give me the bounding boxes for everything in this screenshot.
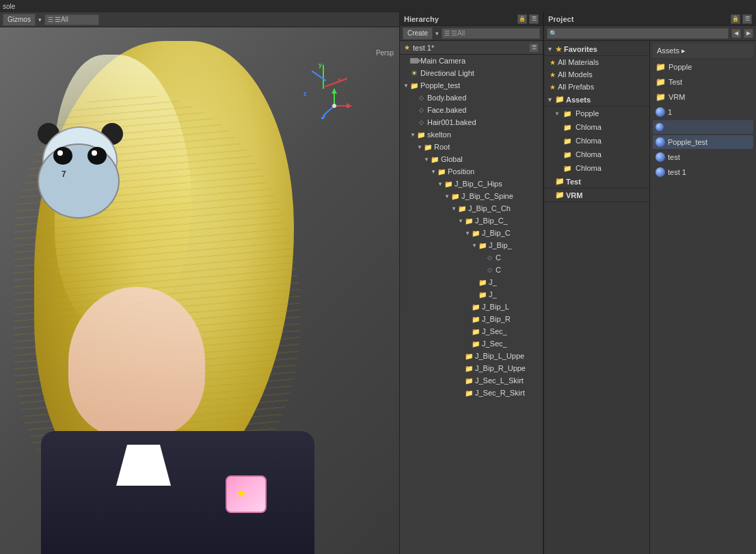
hierarchy-item-j-bip-r-upper[interactable]: 📁J_Bip_R_Uppe [400,362,543,374]
assets-folder-icon: 📁 [555,95,565,104]
hierarchy-item-popple-test[interactable]: ▼📁Popple_test [400,79,543,92]
hierarchy-search-box[interactable]: ☰ ☰All [442,28,540,39]
tree-expand-arrow: ▼ [409,132,416,138]
tree-item-icon-mesh: ◇ [416,93,426,102]
asset-item-1[interactable]: 1 [653,105,753,119]
project-lock-btn[interactable]: 🔒 [731,14,740,24]
project-search-box[interactable]: 🔍 [547,28,729,39]
tree-item-icon-folder: 📁 [464,216,474,225]
project-nav-next[interactable]: ▶ [744,29,753,38]
perspective-label: Persp [376,49,394,57]
hierarchy-item-j-sec-l-skirt[interactable]: 📁J_Sec_L_Skirt [400,374,543,387]
assets-popple-folder[interactable]: 📁 Popple [544,107,649,120]
hierarchy-item-c2[interactable]: ◇C [400,264,543,276]
asset-item-test[interactable]: 📁 Test [653,75,753,89]
assets-chloma1-folder[interactable]: 📁 Chloma [544,120,649,134]
assets-chloma4-folder[interactable]: 📁 Chloma [544,161,649,175]
asset-item-test1[interactable]: test 1 [653,165,753,179]
hierarchy-item-position[interactable]: ▼📁Position [400,165,543,178]
clothing-area [41,431,314,554]
tree-expand-arrow: ▼ [437,181,444,187]
fav-all-materials[interactable]: ★ All Materials [544,56,649,68]
project-nav-prev[interactable]: ◀ [731,29,741,38]
hierarchy-lock-btn[interactable]: 🔒 [517,14,527,24]
hierarchy-item-skelton[interactable]: ▼📁skelton [400,128,543,141]
favorites-section-header[interactable]: ▼ ★ Favorites [544,42,649,56]
hierarchy-item-j-bip-c-2[interactable]: ▼📁J_Bip_C_ [400,214,543,227]
vrm-section-header[interactable]: 📁 VRM [544,189,649,202]
project-menu-btn[interactable]: ☰ [742,14,752,24]
fav-all-materials-label: All Materials [558,58,599,66]
hierarchy-item-j-bip-l-upper[interactable]: 📁J_Bip_L_Uppe [400,350,543,362]
hierarchy-item-j-bip-r[interactable]: 📁J_Bip_R [400,313,543,325]
scene-tab-menu[interactable]: ☰ [529,43,539,53]
asset-vrm-label: VRM [669,93,685,101]
hierarchy-menu-btn[interactable]: ☰ [529,14,539,24]
hierarchy-item-j2[interactable]: 📁J_ [400,288,543,301]
popple-folder-label: Popple [576,109,599,117]
hierarchy-search-icon: ☰ [444,30,450,37]
hierarchy-item-j-sec-2[interactable]: 📁J_Sec_ [400,337,543,350]
tree-item-label: J_Sec_R_Skirt [475,389,525,397]
svg-line-4 [323,106,334,115]
assets-section-header[interactable]: ▼ 📁 Assets [544,93,649,107]
axis-z-line [312,70,327,81]
tree-item-label: Global [441,155,463,163]
asset-test2-sphere-icon [656,152,665,162]
tree-item-icon-folder: 📁 [464,351,474,361]
vrm-label: VRM [566,191,582,199]
main-layout: Gizmos ▾ ☰ ☰All 7 [0,12,756,554]
fav-all-models[interactable]: ★ All Models [544,68,649,81]
hierarchy-item-j-sec-1[interactable]: 📁J_Sec_ [400,325,543,337]
svg-marker-1 [332,88,337,94]
fav-all-prefabs[interactable]: ★ All Prefabs [544,81,649,93]
gizmos-button[interactable]: Gizmos [3,14,36,26]
hierarchy-item-body-baked[interactable]: ◇Body.baked [400,92,543,104]
tree-item-icon-camera [409,56,419,66]
tree-item-icon-mesh: ◇ [416,117,426,127]
asset-item-test2[interactable]: test [653,150,753,164]
tree-item-label: Root [434,143,450,151]
face-area [68,287,205,437]
asset-test1-label: test 1 [668,168,686,176]
hierarchy-item-j1[interactable]: 📁J_ [400,276,543,288]
hierarchy-item-main-camera[interactable]: Main Camera [400,55,543,67]
assets-breadcrumb: Assets ▸ [653,44,753,59]
hierarchy-item-c1[interactable]: ◇C [400,251,543,264]
hierarchy-item-j-bip-c-ch[interactable]: ▼📁J_Bip_C_Ch [400,202,543,214]
tree-item-label: J_ [489,290,497,299]
viewport-all-label: ☰All [55,16,68,23]
asset-item-2-highlighted[interactable] [653,120,753,134]
project-search-input[interactable] [558,29,726,37]
tree-item-icon-folder: 📁 [416,130,426,139]
chloma2-label: Chloma [576,137,602,145]
tree-item-icon-folder: 📁 [464,376,474,385]
assets-chloma2-folder[interactable]: 📁 Chloma [544,134,649,148]
project-toolbar: 🔍 ◀ ▶ [544,26,756,41]
hierarchy-create-btn[interactable]: Create [403,27,433,40]
viewport-panel: Gizmos ▾ ☰ ☰All 7 [0,12,400,554]
hierarchy-item-dir-light[interactable]: ☀Directional Light [400,67,543,79]
hierarchy-item-j-bip-c-spine[interactable]: ▼📁J_Bip_C_Spine [400,190,543,202]
chloma1-folder-icon: 📁 [563,124,571,131]
hierarchy-item-j-bip-c-hips[interactable]: ▼📁J_Bip_C_Hips [400,178,543,190]
hierarchy-item-j-sec-r-skirt[interactable]: 📁J_Sec_R_Skirt [400,387,543,399]
scene-tab-label[interactable]: test 1* [413,44,434,52]
viewport-toolbar: Gizmos ▾ ☰ ☰All [0,12,399,27]
asset-item-popple[interactable]: 📁 Popple [653,60,753,74]
project-panel-icons: 🔒 ☰ [731,14,752,24]
hierarchy-item-face-baked[interactable]: ◇Face.baked [400,104,543,116]
hierarchy-item-j-bip-4[interactable]: ▼📁J_Bip_ [400,239,543,251]
hierarchy-item-j-bip-l[interactable]: 📁J_Bip_L [400,301,543,313]
hierarchy-item-j-bip-c-3[interactable]: ▼📁J_Bip_C [400,227,543,239]
asset-item-vrm[interactable]: 📁 VRM [653,90,753,104]
fav-all-models-label: All Models [558,70,593,79]
hierarchy-item-hair001-baked[interactable]: ◇Hair001.baked [400,116,543,128]
assets-chloma3-folder[interactable]: 📁 Chloma [544,148,649,161]
hierarchy-item-root[interactable]: ▼📁Root [400,141,543,153]
asset-1-label: 1 [668,108,672,116]
asset-item-popple-test[interactable]: Popple_test [653,135,753,149]
test-section-header[interactable]: 📁 Test [544,175,649,189]
hierarchy-item-global[interactable]: ▼📁Global [400,153,543,165]
tree-item-label: J_Bip_R_Uppe [475,364,526,372]
